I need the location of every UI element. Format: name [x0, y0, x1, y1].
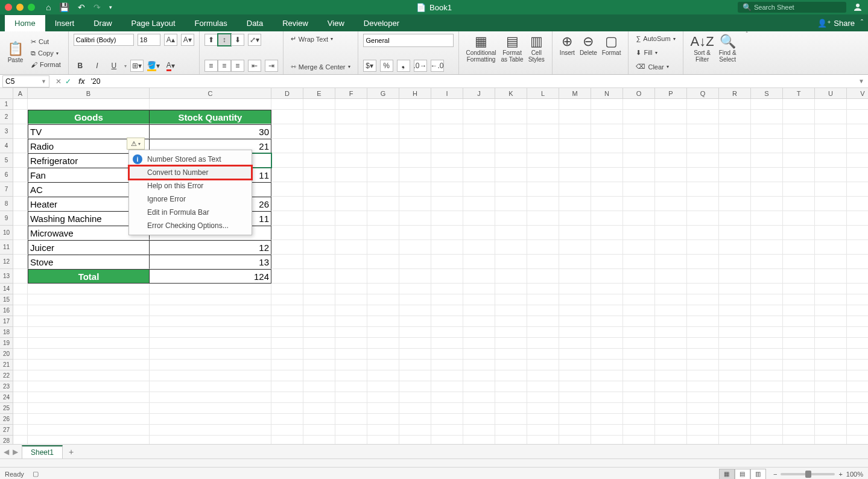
cell-G13[interactable]	[367, 269, 399, 284]
cell-U7[interactable]	[815, 182, 847, 197]
cell-R15[interactable]	[719, 294, 751, 305]
cell-L23[interactable]	[527, 381, 559, 392]
view-normal-button[interactable]: ▦	[719, 469, 735, 480]
cell-T20[interactable]	[783, 349, 815, 360]
cell-R10[interactable]	[719, 226, 751, 240]
cell-V28[interactable]	[847, 436, 868, 444]
cell-T27[interactable]	[783, 425, 815, 436]
insert-cells-button[interactable]: ⊕Insert	[557, 34, 577, 72]
cell-E1[interactable]	[303, 99, 335, 110]
cell-U27[interactable]	[815, 425, 847, 436]
cell-A9[interactable]	[13, 211, 28, 226]
cell-I26[interactable]	[431, 414, 463, 425]
cell-F21[interactable]	[335, 360, 367, 370]
cell-D22[interactable]	[271, 370, 303, 381]
cell-K2[interactable]	[495, 110, 527, 124]
cell-D15[interactable]	[271, 294, 303, 305]
cell-A4[interactable]	[13, 139, 28, 153]
cell-M4[interactable]	[559, 139, 591, 153]
row-header-15[interactable]: 15	[0, 294, 13, 305]
cell-P26[interactable]	[655, 414, 687, 425]
cell-F14[interactable]	[335, 284, 367, 294]
cell-O21[interactable]	[623, 360, 655, 370]
cell-S21[interactable]	[751, 360, 783, 370]
cell-A23[interactable]	[13, 381, 28, 392]
cell-O11[interactable]	[623, 240, 655, 255]
cell-L7[interactable]	[527, 182, 559, 197]
cell-A16[interactable]	[13, 305, 28, 316]
cell-G4[interactable]	[367, 139, 399, 153]
cell-B28[interactable]	[28, 436, 150, 444]
cell-K4[interactable]	[495, 139, 527, 153]
cell-F12[interactable]	[335, 255, 367, 269]
cell-R13[interactable]	[719, 269, 751, 284]
cell-T3[interactable]	[783, 124, 815, 139]
cell-K1[interactable]	[495, 99, 527, 110]
cell-R9[interactable]	[719, 211, 751, 226]
cell-S17[interactable]	[751, 316, 783, 327]
cell-J25[interactable]	[463, 403, 495, 414]
cell-H9[interactable]	[399, 211, 431, 226]
cell-Q5[interactable]	[687, 153, 719, 168]
cell-L24[interactable]	[527, 392, 559, 403]
cell-A1[interactable]	[13, 99, 28, 110]
cell-K10[interactable]	[495, 226, 527, 240]
collapse-ribbon-icon[interactable]: ˆ	[861, 19, 863, 27]
cell-J19[interactable]	[463, 338, 495, 349]
cell-G12[interactable]	[367, 255, 399, 269]
cell-P5[interactable]	[655, 153, 687, 168]
wrap-text-button[interactable]: ↵Wrap Text ▾	[288, 34, 353, 44]
cell-C23[interactable]	[150, 381, 271, 392]
cell-J7[interactable]	[463, 182, 495, 197]
cell-V26[interactable]	[847, 414, 868, 425]
cell-T6[interactable]	[783, 168, 815, 182]
cell-D3[interactable]	[271, 124, 303, 139]
cell-D5[interactable]	[271, 153, 303, 168]
cell-T13[interactable]	[783, 269, 815, 284]
cell-V17[interactable]	[847, 316, 868, 327]
tab-developer[interactable]: Developer	[354, 15, 409, 31]
cell-R20[interactable]	[719, 349, 751, 360]
cell-G23[interactable]	[367, 381, 399, 392]
cell-H11[interactable]	[399, 240, 431, 255]
cell-K3[interactable]	[495, 124, 527, 139]
align-top-button[interactable]: ⬆	[204, 34, 218, 46]
view-page-layout-button[interactable]: ▤	[735, 469, 750, 480]
cell-G28[interactable]	[367, 436, 399, 444]
cell-J13[interactable]	[463, 269, 495, 284]
cell-H7[interactable]	[399, 182, 431, 197]
cell-M28[interactable]	[559, 436, 591, 444]
row-header-9[interactable]: 9	[0, 211, 13, 226]
cell-U28[interactable]	[815, 436, 847, 444]
cell-M16[interactable]	[559, 305, 591, 316]
cell-T12[interactable]	[783, 255, 815, 269]
cell-T2[interactable]	[783, 110, 815, 124]
zoom-in-button[interactable]: +	[838, 471, 842, 478]
cell-V16[interactable]	[847, 305, 868, 316]
cell-K14[interactable]	[495, 284, 527, 294]
cell-B13[interactable]: Total	[28, 269, 150, 284]
cell-E19[interactable]	[303, 338, 335, 349]
cell-D14[interactable]	[271, 284, 303, 294]
cell-P22[interactable]	[655, 370, 687, 381]
cell-K19[interactable]	[495, 338, 527, 349]
cell-T10[interactable]	[783, 226, 815, 240]
cell-I5[interactable]	[431, 153, 463, 168]
cell-C22[interactable]	[150, 370, 271, 381]
cell-V13[interactable]	[847, 269, 868, 284]
font-color-button[interactable]: A▾	[164, 60, 177, 72]
cell-R28[interactable]	[719, 436, 751, 444]
col-header-O[interactable]: O	[623, 88, 655, 99]
cell-N4[interactable]	[591, 139, 623, 153]
cell-B19[interactable]	[28, 338, 150, 349]
cell-Q3[interactable]	[687, 124, 719, 139]
cell-A12[interactable]	[13, 255, 28, 269]
cell-B18[interactable]	[28, 327, 150, 338]
font-name-select[interactable]	[74, 34, 134, 46]
cell-Q12[interactable]	[687, 255, 719, 269]
cell-G26[interactable]	[367, 414, 399, 425]
cell-B20[interactable]	[28, 349, 150, 360]
cell-I14[interactable]	[431, 284, 463, 294]
cell-K15[interactable]	[495, 294, 527, 305]
cell-O24[interactable]	[623, 392, 655, 403]
